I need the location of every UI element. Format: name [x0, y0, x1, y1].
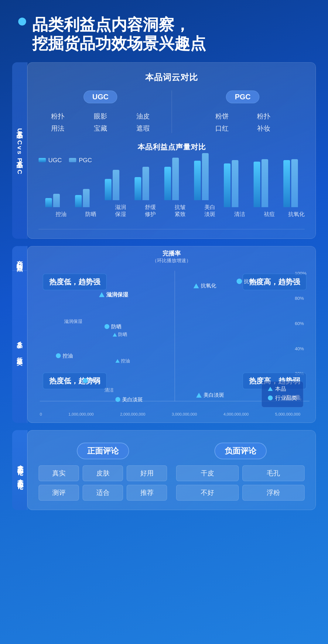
word-cloud-container: UGC 粉扑 眼影 油皮 用法 宝藏 遮瑕 PGC	[39, 91, 305, 133]
point-fangshan-circle: 防晒	[104, 323, 121, 330]
pos-word-1: 皮肤	[83, 465, 123, 481]
comment-container: 正面评论 真实 皮肤 好用 测评 适合 推荐 负面评论	[39, 443, 305, 501]
bar-chart-section: 本品利益点声量对比 UGC PGC	[39, 142, 305, 229]
pgc-word-1: 粉扑	[245, 112, 282, 121]
legend-pgc-label: PGC	[79, 157, 92, 164]
legend-pgc-color	[69, 158, 76, 162]
comments-panel: 正面评论 真实 皮肤 好用 测评 适合 推荐 负面评论	[27, 430, 316, 510]
bar-group-4: 抗皱 紧致	[158, 158, 186, 218]
negative-side: 负面评论 干皮 毛孔 不好 浮粉	[176, 443, 305, 501]
legend-industry: 行业品类	[268, 394, 297, 402]
x-axis-labels: 0 1,000,000,000 2,000,000,000 3,000,000,…	[40, 412, 300, 416]
section-comments: 本品正面评论vs本品负面评论 正面评论 真实 皮肤 好用 测评 适合 推荐	[12, 430, 316, 510]
header: 品类利益点内容洞察， 挖掘货品功效场景兴趣点	[0, 0, 328, 62]
ugc-label: UGC	[84, 91, 117, 103]
scatter-chart-area: 100% 80% 60% 40% 20% 0% 0 1,000,000,000 …	[40, 271, 309, 416]
positive-words: 真实 皮肤 好用 测评 适合 推荐	[39, 465, 167, 501]
negative-words: 干皮 毛孔 不好 浮粉	[176, 465, 305, 501]
bar-chart-title: 本品利益点声量对比	[39, 142, 305, 152]
point-kangyanghua-tri: 抗氧化	[193, 282, 216, 289]
ugc-word-1: 眼影	[81, 112, 120, 121]
ugc-word-4: 宝藏	[81, 124, 120, 133]
point-meibaidan-tri: 美白淡斑	[196, 392, 224, 399]
positive-side: 正面评论 真实 皮肤 好用 测评 适合 推荐	[39, 443, 167, 501]
bar-group-3: 舒缓 修护	[128, 167, 156, 218]
main-content: 本品UGCvs本品PGC 本品词云对比 UGC 粉扑 眼影 油皮 用法 宝藏	[0, 62, 328, 522]
legend-pgc: PGC	[69, 157, 92, 164]
pos-word-3: 测评	[39, 485, 79, 501]
ugcpgc-panel: 本品词云对比 UGC 粉扑 眼影 油皮 用法 宝藏 遮瑕	[27, 62, 316, 239]
point-qingjie-circle: 清洁	[83, 377, 100, 384]
point-fangshan-tri: 防晒	[113, 332, 127, 337]
wc-divider	[172, 91, 172, 133]
point-meibaidan-circle: 美白淡斑	[115, 396, 143, 403]
bar-group-0: 控油	[39, 194, 67, 218]
legend-ugc: UGC	[39, 157, 62, 164]
neg-word-0: 干皮	[176, 465, 239, 481]
neg-word-3: 浮粉	[242, 485, 305, 501]
bar-chart-wrapper: 控油 防晒 滋润 保湿 舒缓 修护	[39, 169, 305, 229]
ugc-word-2: 油皮	[124, 112, 162, 121]
pos-word-5: 推荐	[127, 485, 167, 501]
scatter-y-axis	[175, 271, 175, 401]
pos-word-0: 真实	[39, 465, 79, 481]
section-ugc-pgc: 本品UGCvs本品PGC 本品词云对比 UGC 粉扑 眼影 油皮 用法 宝藏	[12, 62, 316, 239]
bar-group-7: 祛痘	[247, 159, 275, 218]
bar-group-2: 滋润 保湿	[98, 170, 126, 218]
point-qingjie-sub: 清洁	[104, 387, 114, 393]
point-runshi-sub: 滋润保湿	[64, 319, 82, 324]
point-kongyou-circle: 控油	[56, 352, 73, 359]
positive-header: 正面评论	[39, 443, 167, 459]
legend-ugc-label: UGC	[48, 157, 62, 164]
pos-word-4: 适合	[83, 485, 123, 501]
bar-group-6: 清洁	[217, 160, 245, 218]
negative-header: 负面评论	[176, 443, 305, 459]
pgc-word-0: 粉饼	[203, 112, 241, 121]
bar-group-8: 抗氧化	[277, 159, 305, 218]
scatter-panel: 完播率 （环比播放增速） 100% 80% 60% 40% 20% 0%	[27, 246, 316, 423]
ugc-words: 粉扑 眼影 油皮 用法 宝藏 遮瑕	[39, 112, 162, 133]
header-text: 品类利益点内容洞察， 挖掘货品功效场景兴趣点	[32, 15, 206, 53]
point-runshi: 滋润保湿	[99, 291, 128, 298]
scatter-legend: 本品 行业品类	[261, 381, 303, 407]
header-dot	[18, 18, 26, 26]
point-kongyou-tri: 控油	[115, 358, 130, 364]
y-axis-title: 完播率 （环比播放增速）	[152, 249, 191, 264]
legend-ugc-color	[39, 158, 46, 162]
section-scatter: 产品利益点 本品 vs 行业品类 完播率 （环比播放增速） 100%	[12, 246, 316, 423]
header-title: 品类利益点内容洞察， 挖掘货品功效场景兴趣点	[32, 15, 206, 53]
pgc-word-3: 补妆	[245, 124, 282, 133]
pgc-label: PGC	[226, 91, 259, 103]
ugc-word-3: 用法	[39, 124, 77, 133]
positive-badge: 正面评论	[77, 443, 129, 459]
pgc-words: 粉饼 粉扑 口红 补妆	[203, 112, 282, 133]
negative-badge: 负面评论	[214, 443, 267, 459]
ugc-word-0: 粉扑	[39, 112, 77, 121]
pgc-word-cloud: PGC 粉饼 粉扑 口红 补妆	[181, 91, 305, 133]
ugc-word-cloud: UGC 粉扑 眼影 油皮 用法 宝藏 遮瑕	[39, 91, 162, 133]
ugc-word-5: 遮瑕	[124, 124, 162, 133]
side-label-comments: 本品正面评论vs本品负面评论	[12, 430, 27, 510]
panel-title-wordcloud: 本品词云对比	[39, 72, 305, 83]
bar-group-5: 美白 淡斑	[187, 153, 215, 218]
side-label-ugcpgc: 本品UGCvs本品PGC	[12, 62, 27, 239]
neg-word-1: 毛孔	[242, 465, 305, 481]
pos-word-2: 好用	[127, 465, 167, 481]
legend-brand: 本品	[268, 385, 297, 392]
neg-word-2: 不好	[176, 485, 239, 501]
bar-group-1: 防晒	[68, 189, 96, 218]
point-kangyanghua-circle: 抗氧化	[237, 278, 259, 285]
quadrant-tl: 热度低，趋势强	[43, 274, 107, 290]
pgc-word-2: 口红	[203, 124, 241, 133]
